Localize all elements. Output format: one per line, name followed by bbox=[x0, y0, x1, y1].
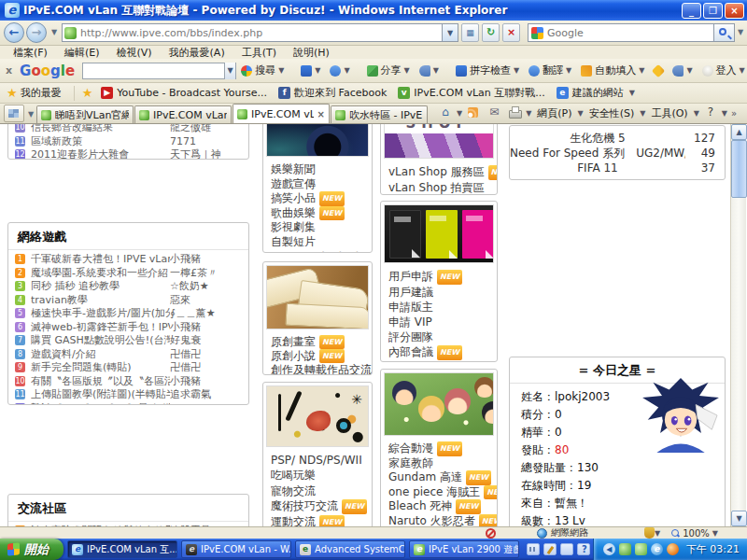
favorite-item[interactable]: v IPvE.COM vLan 互聯對戰... bbox=[392, 86, 551, 100]
tab-list-dropdown-icon[interactable]: ▼ bbox=[25, 106, 36, 123]
minimize-button[interactable]: _ bbox=[682, 3, 701, 19]
thread-author-link[interactable]: 好鬼衰 bbox=[170, 333, 243, 347]
taskbar-window-button[interactable]: e IPvE.COM vLan - W... bbox=[181, 540, 291, 558]
thread-title-link[interactable]: 滅神web-初露鋒芒新手包！IPVE bbox=[31, 320, 170, 334]
read-mail-button[interactable]: ✉ bbox=[485, 105, 503, 121]
add-gadget-button[interactable]: ▼ bbox=[325, 62, 354, 80]
menu-item[interactable]: 檔案(F) bbox=[6, 46, 55, 60]
compatibility-view-button[interactable]: ▦ bbox=[461, 23, 479, 42]
thread-author-link[interactable]: 追求霸氣 bbox=[170, 387, 243, 401]
games-section-title[interactable]: 網絡遊戲 bbox=[8, 223, 248, 250]
url-input[interactable] bbox=[80, 27, 440, 39]
taskbar-window-button[interactable]: e IPvE.COM vLan 互... bbox=[67, 540, 177, 558]
thread-author-link[interactable]: 7171 bbox=[170, 135, 243, 147]
thread-title-link[interactable]: 2011迎春影片大雜會 bbox=[31, 147, 170, 160]
start-button[interactable]: 開始 bbox=[0, 539, 63, 560]
forum-link[interactable]: vLan Shop 拍賣區 bbox=[388, 180, 497, 195]
thread-title-link[interactable]: 同秒 插秒 追秒教學 bbox=[31, 279, 170, 293]
forum-link[interactable]: 寵物交流 bbox=[271, 483, 372, 498]
maximize-button[interactable]: ❐ bbox=[703, 3, 723, 19]
google-search-dropdown-icon[interactable]: ▼ bbox=[224, 63, 235, 79]
vertical-scrollbar[interactable]: ▲ ▼ bbox=[730, 124, 746, 526]
forum-link[interactable]: 申請 VIP bbox=[388, 315, 497, 329]
home-button[interactable]: ⌂ bbox=[436, 105, 455, 121]
thread-row[interactable]: 10 有關〝各區版規〞以及〝各區活 小飛豬 bbox=[8, 375, 248, 387]
sidewiki-button[interactable]: ▼ bbox=[415, 62, 444, 80]
stop-button[interactable]: × bbox=[502, 23, 520, 42]
toolbar-close-icon[interactable]: x bbox=[6, 64, 12, 77]
address-bar[interactable] bbox=[62, 23, 443, 42]
suggested-sites-dropdown-icon[interactable]: ▼ bbox=[629, 89, 635, 97]
thread-author-link[interactable]: 小飛豬 bbox=[170, 374, 243, 388]
menu-item[interactable]: 編輯(E) bbox=[57, 46, 107, 60]
forum-link[interactable]: Naruto 火影忍者NEW bbox=[388, 514, 497, 527]
thread-author-link[interactable]: ∮＿＿薰★ bbox=[170, 306, 243, 320]
thread-row[interactable]: 11 上傳貼圖教學(附詳圖)(半轉貼半原 追求霸氣 bbox=[8, 388, 248, 400]
help-button[interactable]: ? bbox=[701, 105, 720, 121]
thread-title-link[interactable]: 極速快車手-遊戲影片/圖片(加分活 bbox=[31, 306, 170, 320]
favorites-star-icon[interactable]: ★ bbox=[7, 86, 18, 100]
favorite-item[interactable]: f 歡迎來到 Facebook bbox=[273, 86, 392, 100]
forum-link[interactable]: 用戶建議 bbox=[388, 285, 497, 300]
thread-title-link[interactable]: 新手完全問題集(轉貼) bbox=[31, 360, 170, 374]
thread-row[interactable]: 7 購買 GASH點數說明公告!(台灣) 好鬼衰 bbox=[8, 334, 248, 346]
thread-author-link[interactable]: 天下爲｜神 bbox=[170, 147, 243, 160]
forum-link[interactable]: 用戶申訴NEW bbox=[388, 269, 497, 285]
thread-title-link[interactable]: 遊戲資料/介紹 bbox=[31, 347, 170, 361]
books-banner-image[interactable] bbox=[266, 265, 369, 329]
thread-row[interactable]: 3 同秒 插秒 追秒教學 ☆飲奶★ bbox=[8, 280, 248, 292]
overflow-chevron-icon[interactable]: » bbox=[729, 108, 739, 119]
thread-author-link[interactable]: 卍借卍 bbox=[170, 360, 243, 374]
forum-link[interactable]: 申請版主 bbox=[388, 300, 497, 315]
taskbar-window-button[interactable]: e IPvE vLan 2900 遊戲... bbox=[409, 540, 519, 558]
language-indicator-icon[interactable] bbox=[560, 543, 573, 555]
thread-author-link[interactable]: 惡來 bbox=[170, 293, 243, 307]
antivirus-tray-icon[interactable] bbox=[667, 543, 679, 555]
forum-link[interactable]: Bleach 死神NEW bbox=[388, 499, 497, 514]
thread-author-link[interactable]: 卍借卍 bbox=[170, 347, 243, 361]
zoom-control[interactable]: 100% ▼ bbox=[671, 528, 718, 539]
forum-link[interactable]: 家庭教師 bbox=[388, 456, 497, 471]
google-search-button[interactable]: 搜尋▼ bbox=[236, 62, 289, 80]
search-button[interactable] bbox=[714, 23, 735, 42]
google-search-field[interactable]: ▼ bbox=[82, 63, 236, 79]
search-box[interactable] bbox=[528, 23, 714, 42]
add-favorite-icon[interactable]: ★ bbox=[82, 86, 93, 100]
hot-thread-title-link[interactable]: FIFA 11 bbox=[510, 161, 685, 175]
forum-link[interactable]: 自製短片 bbox=[271, 235, 372, 250]
spellcheck-button[interactable]: 拼字檢查▼ bbox=[451, 62, 524, 80]
thread-row[interactable]: 11 區域新政策 7171 bbox=[8, 135, 248, 147]
forum-link[interactable]: 吃喝玩樂 bbox=[271, 468, 372, 483]
thread-row[interactable]: 2 魔域學園-系統要求和一些介紹 一檸£茶〃 bbox=[8, 267, 248, 279]
thread-row[interactable]: 8 遊戲資料/介紹 卍借卍 bbox=[8, 348, 248, 360]
thread-row[interactable]: 9 新手完全問題集(轉貼) 卍借卍 bbox=[8, 361, 248, 373]
forum-link[interactable]: Gundam 高達NEW bbox=[388, 470, 497, 485]
pagerank-button[interactable]: ▼ bbox=[296, 62, 325, 80]
page-menu-button[interactable]: 網頁(P) bbox=[533, 106, 575, 120]
pen-input-icon[interactable] bbox=[543, 543, 557, 555]
thread-author-link[interactable]: 一檸£茶〃 bbox=[170, 266, 243, 280]
hot-thread-row[interactable]: Need For Speed 系列 UG2/MW/SHIFT 49 bbox=[510, 146, 725, 161]
tools-menu-button[interactable]: 工具(O) bbox=[647, 106, 691, 120]
search-input[interactable] bbox=[547, 27, 711, 39]
signin-button[interactable]: 登入▼ bbox=[698, 62, 747, 80]
thread-author-link[interactable]: 小飛豬 bbox=[170, 320, 243, 334]
google-search-input[interactable] bbox=[83, 64, 224, 77]
quick-tabs-button[interactable] bbox=[4, 105, 24, 122]
thread-row[interactable]: 4 travian教學 惡來 bbox=[8, 294, 248, 306]
favorite-item[interactable]: ▶ YouTube - Broadcast Yourse... bbox=[95, 87, 273, 99]
browser-tab[interactable]: IPvE.COM vLan 互... bbox=[134, 105, 232, 123]
rss-feed-button[interactable] bbox=[464, 105, 483, 121]
thread-row[interactable]: 1 千軍破新春大禮包！IPVE vLan 會 小飛豬 bbox=[8, 253, 248, 265]
community-section-title[interactable]: 交流社區 bbox=[8, 495, 248, 522]
forum-link[interactable]: 魔術技巧交流NEW bbox=[271, 498, 372, 514]
toolbar-settings-button[interactable]: ▼ bbox=[668, 62, 697, 80]
menu-item[interactable]: 說明(H) bbox=[286, 46, 337, 60]
forum-link[interactable]: 影視劇集 bbox=[271, 220, 372, 235]
thread-row[interactable]: 6 滅神web-初露鋒芒新手包！IPVE 小飛豬 bbox=[8, 321, 248, 333]
browser-tab[interactable]: 睇唔到VLan官網... bbox=[36, 105, 134, 123]
browser-tab[interactable]: 吹水特區 - IPvE.C... bbox=[331, 105, 428, 123]
thread-title-link[interactable]: 有關〝各區版規〞以及〝各區活 bbox=[31, 374, 170, 388]
thread-title-link[interactable]: 魔域學園-系統要求和一些介紹 bbox=[31, 266, 170, 280]
forum-link[interactable]: 創作及轉載作品交流 bbox=[271, 363, 372, 375]
